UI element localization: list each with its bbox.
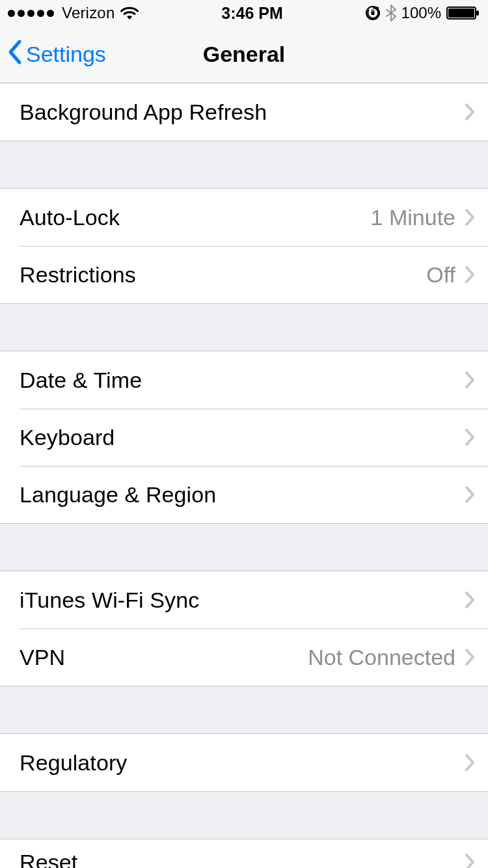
group-date-keyboard-language: Date & Time Keyboard Language & Region <box>0 351 488 524</box>
row-language-region[interactable]: Language & Region <box>0 466 488 523</box>
row-value: Not Connected <box>308 645 455 670</box>
row-value: Off <box>426 262 455 288</box>
back-label: Settings <box>26 42 106 67</box>
group-reset: Reset <box>0 839 488 868</box>
group-spacer <box>0 686 488 733</box>
battery-icon <box>446 6 480 20</box>
group-spacer <box>0 792 488 839</box>
row-label: Auto-Lock <box>20 205 371 230</box>
row-keyboard[interactable]: Keyboard <box>0 409 488 466</box>
wifi-icon <box>120 6 139 20</box>
row-label: Regulatory <box>20 750 465 776</box>
row-label: VPN <box>20 645 308 670</box>
page-title: General <box>203 42 286 67</box>
row-label: Background App Refresh <box>20 100 465 125</box>
svg-rect-3 <box>448 8 474 18</box>
row-vpn[interactable]: VPN Not Connected <box>0 629 488 686</box>
chevron-right-icon <box>465 371 475 389</box>
group-itunes-vpn: iTunes Wi-Fi Sync VPN Not Connected <box>0 571 488 686</box>
row-label: Keyboard <box>20 425 465 450</box>
nav-bar: Settings General <box>0 26 488 83</box>
status-right: 100% <box>365 4 480 22</box>
row-label: Reset <box>20 850 465 869</box>
svg-rect-1 <box>371 12 374 15</box>
chevron-right-icon <box>465 265 475 284</box>
chevron-left-icon <box>7 39 22 70</box>
back-button[interactable]: Settings <box>7 26 106 83</box>
chevron-right-icon <box>465 591 475 609</box>
row-reset[interactable]: Reset <box>0 839 488 868</box>
row-label: Restrictions <box>20 262 426 288</box>
group-lock-restrictions: Auto-Lock 1 Minute Restrictions Off <box>0 188 488 304</box>
row-regulatory[interactable]: Regulatory <box>0 734 488 791</box>
row-label: Date & Time <box>20 368 465 393</box>
rotation-lock-icon <box>365 5 381 21</box>
chevron-right-icon <box>465 428 475 446</box>
row-value: 1 Minute <box>371 205 455 230</box>
chevron-right-icon <box>465 485 475 504</box>
status-bar: Verizon 3:46 PM 100% <box>0 0 488 26</box>
row-restrictions[interactable]: Restrictions Off <box>0 246 488 303</box>
row-label: Language & Region <box>20 482 465 508</box>
chevron-right-icon <box>465 753 475 772</box>
row-itunes-wifi-sync[interactable]: iTunes Wi-Fi Sync <box>0 571 488 629</box>
status-time: 3:46 PM <box>221 4 282 23</box>
status-left: Verizon <box>8 4 139 22</box>
chevron-right-icon <box>465 103 475 121</box>
bluetooth-icon <box>386 5 396 21</box>
row-label: iTunes Wi-Fi Sync <box>20 588 465 613</box>
svg-rect-4 <box>476 10 479 16</box>
group-spacer <box>0 304 488 351</box>
row-date-time[interactable]: Date & Time <box>0 351 488 409</box>
carrier-label: Verizon <box>62 4 115 22</box>
chevron-right-icon <box>465 208 475 226</box>
battery-percent: 100% <box>401 4 441 22</box>
group-regulatory: Regulatory <box>0 733 488 792</box>
row-background-app-refresh[interactable]: Background App Refresh <box>0 83 488 141</box>
group-spacer <box>0 141 488 188</box>
group-spacer <box>0 524 488 571</box>
chevron-right-icon <box>465 648 475 666</box>
group-background-refresh: Background App Refresh <box>0 83 488 141</box>
row-auto-lock[interactable]: Auto-Lock 1 Minute <box>0 189 488 246</box>
chevron-right-icon <box>465 853 475 868</box>
cell-signal-icon <box>8 10 54 17</box>
